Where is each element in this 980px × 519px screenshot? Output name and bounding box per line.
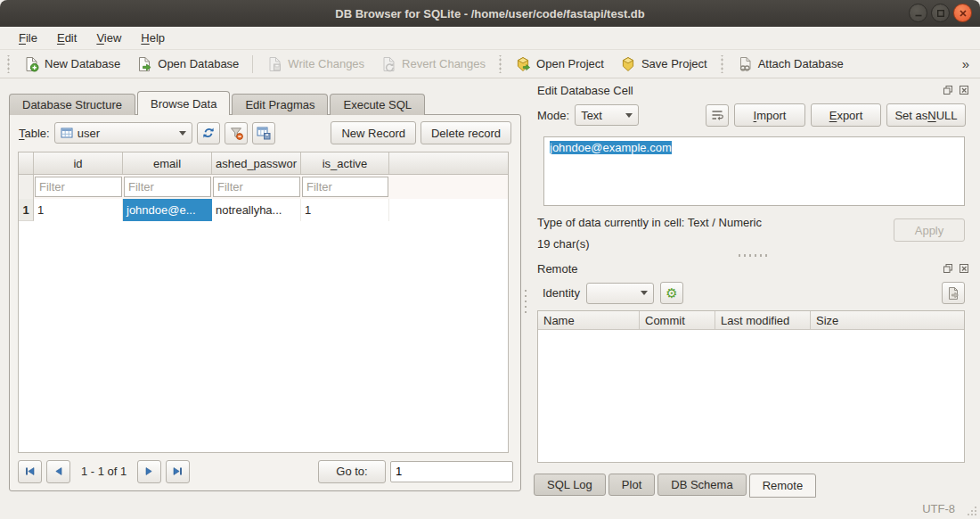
close-button[interactable]: [953, 4, 972, 22]
window-controls: [909, 4, 972, 22]
cell-info-section: Type of data currently in cell: Text / N…: [537, 216, 965, 251]
main-area: Database Structure Browse Data Edit Prag…: [0, 79, 980, 498]
cell-id[interactable]: 1: [34, 199, 123, 221]
dock-float-button[interactable]: [941, 262, 954, 276]
panel-splitter-handle[interactable]: [523, 288, 528, 313]
cell-hashed-password[interactable]: notreallyha...: [212, 199, 301, 221]
edit-cell-dock-titlebar: Edit Database Cell: [530, 81, 973, 99]
table-select[interactable]: user: [54, 122, 192, 144]
cell-editor-toolbar: Mode: Text Import Export Set as NULL: [530, 99, 973, 130]
row-filler: [389, 199, 508, 221]
previous-record-button[interactable]: [46, 460, 70, 483]
edit-cell-dock-title: Edit Database Cell: [537, 84, 941, 97]
save-results-button[interactable]: [252, 122, 275, 144]
menu-edit[interactable]: Edit: [47, 28, 86, 48]
cell-is-active[interactable]: 1: [301, 199, 389, 221]
remote-table-body[interactable]: [538, 330, 964, 462]
toolbar-drag-handle[interactable]: [6, 55, 11, 73]
goto-button[interactable]: Go to:: [318, 460, 386, 483]
grid-empty-area[interactable]: [19, 221, 508, 452]
clear-filters-button[interactable]: [225, 122, 248, 144]
open-database-button[interactable]: Open Database: [130, 54, 245, 75]
revert-changes-button: Revert Changes: [374, 54, 492, 75]
row-number[interactable]: 1: [19, 199, 34, 221]
menu-file[interactable]: File: [9, 28, 47, 48]
statusbar: UTF-8: [0, 498, 980, 519]
new-record-button[interactable]: New Record: [331, 121, 416, 144]
new-database-button[interactable]: New Database: [17, 54, 127, 75]
tab-edit-pragmas[interactable]: Edit Pragmas: [232, 94, 328, 115]
tab-browse-data[interactable]: Browse Data: [137, 91, 230, 115]
tab-execute-sql[interactable]: Execute SQL: [330, 94, 425, 115]
clone-database-button[interactable]: [942, 282, 965, 304]
import-button[interactable]: Import: [734, 103, 805, 127]
clear-filter-icon: [229, 126, 243, 140]
filter-row: [19, 175, 508, 199]
toolbar-drag-handle[interactable]: [720, 55, 724, 73]
attach-database-button[interactable]: Attach Database: [731, 54, 850, 75]
tab-remote[interactable]: Remote: [749, 474, 817, 498]
tab-sql-log[interactable]: SQL Log: [534, 474, 606, 496]
refresh-icon: [201, 126, 216, 140]
tab-db-schema[interactable]: DB Schema: [657, 474, 746, 496]
cell-email-selected[interactable]: johndoe@e...: [123, 199, 212, 221]
remote-column-name[interactable]: Name: [538, 311, 640, 329]
delete-record-button[interactable]: Delete record: [421, 121, 511, 144]
table-select-value: user: [78, 127, 100, 140]
menu-view[interactable]: View: [86, 28, 131, 48]
remote-column-size[interactable]: Size: [811, 311, 964, 329]
save-project-button[interactable]: Save Project: [614, 54, 714, 75]
identity-select[interactable]: [586, 283, 654, 304]
write-changes-icon: [266, 56, 282, 72]
refresh-button[interactable]: [197, 122, 220, 144]
browse-panel: Database Structure Browse Data Edit Prag…: [9, 91, 521, 491]
remote-column-commit[interactable]: Commit: [640, 311, 715, 329]
dock-close-button[interactable]: [957, 84, 970, 97]
dock-close-button[interactable]: [957, 262, 970, 276]
column-header-is-active[interactable]: is_active: [301, 152, 389, 174]
titlebar[interactable]: DB Browser for SQLite - /home/user/code/…: [0, 0, 980, 27]
remote-table-header: Name Commit Last modified Size: [538, 311, 964, 330]
filter-input-hashed-password[interactable]: [213, 177, 300, 197]
filter-input-id[interactable]: [35, 177, 122, 197]
remote-column-last-modified[interactable]: Last modified: [715, 311, 811, 329]
column-header-email[interactable]: email: [123, 152, 212, 174]
float-icon: [943, 263, 953, 274]
save-results-icon: [257, 126, 271, 140]
resize-grip[interactable]: [966, 505, 977, 516]
maximize-button[interactable]: [931, 4, 950, 22]
cell-value-editor[interactable]: johndoe@example.com: [543, 136, 965, 206]
grid-header: id email ashed_passwor is_active: [19, 152, 508, 175]
remote-file-table: Name Commit Last modified Size: [537, 310, 965, 463]
toolbar-drag-handle[interactable]: [498, 55, 502, 73]
encoding-label: UTF-8: [922, 502, 955, 515]
tab-plot[interactable]: Plot: [608, 474, 655, 496]
goto-input[interactable]: [390, 461, 513, 482]
dock-splitter-handle[interactable]: [530, 251, 973, 260]
filter-input-is-active[interactable]: [302, 177, 388, 197]
identity-settings-button[interactable]: ⚙: [660, 282, 683, 304]
next-record-button[interactable]: [137, 460, 161, 483]
maximize-icon: [935, 8, 946, 19]
record-range-label: 1 - 1 of 1: [81, 465, 127, 478]
open-project-button[interactable]: Open Project: [509, 54, 610, 75]
minimize-button[interactable]: [909, 4, 927, 22]
toolbar-overflow-button[interactable]: »: [959, 56, 973, 71]
new-database-icon: [23, 56, 39, 72]
filter-input-email[interactable]: [124, 177, 211, 197]
word-wrap-button[interactable]: [706, 104, 729, 127]
first-record-button[interactable]: [18, 460, 42, 483]
column-header-hashed-password[interactable]: ashed_passwor: [212, 152, 301, 174]
chevron-down-icon: [179, 131, 186, 136]
column-header-id[interactable]: id: [34, 152, 123, 174]
last-record-button[interactable]: [166, 460, 190, 483]
dock-float-button[interactable]: [941, 84, 954, 97]
apply-button: Apply: [894, 218, 965, 242]
tab-database-structure[interactable]: Database Structure: [9, 94, 135, 115]
float-icon: [943, 85, 953, 95]
cell-type-info: Type of data currently in cell: Text / N…: [537, 216, 894, 229]
export-button[interactable]: Export: [811, 103, 881, 127]
set-as-null-button[interactable]: Set as NULL: [886, 103, 966, 127]
menu-help[interactable]: Help: [131, 28, 175, 48]
mode-select[interactable]: Text: [575, 104, 639, 126]
